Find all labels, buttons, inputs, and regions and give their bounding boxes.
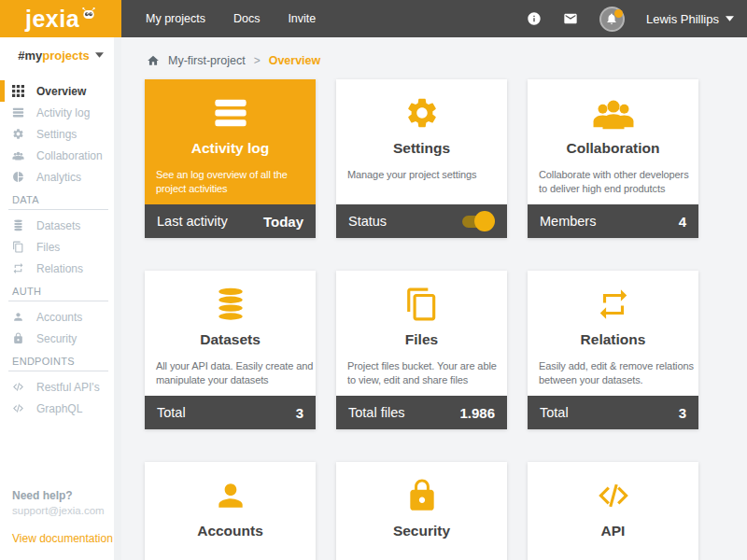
project-switcher[interactable]: #my projects: [0, 37, 121, 73]
card-description-line: manipulate your datasets: [156, 373, 304, 387]
sidebar-item-label: Overview: [36, 85, 86, 98]
sidebar-item-overview[interactable]: Overview: [0, 80, 121, 102]
sidebar-item-analytics[interactable]: Analytics: [0, 166, 121, 188]
chevron-down-icon: [726, 16, 734, 21]
card-footer: Last activityToday: [145, 204, 316, 238]
top-nav-links: My projectsDocsInvite: [146, 12, 316, 25]
card-accounts[interactable]: Accounts: [145, 462, 316, 560]
robot-mascot-icon: [81, 7, 96, 20]
sidebar-item-activity-log[interactable]: Activity log: [0, 102, 121, 123]
home-icon[interactable]: [147, 54, 160, 67]
avatar[interactable]: [599, 7, 625, 32]
breadcrumb-current: Overview: [269, 54, 321, 67]
sidebar-item-security[interactable]: Security: [0, 328, 121, 349]
view-documentation-link[interactable]: View documentation: [12, 532, 113, 545]
footer-label: Total files: [348, 405, 404, 420]
logo-text: jexia: [25, 7, 79, 31]
card-description-line: Easily add, edit & remove relations: [539, 359, 687, 373]
card-datasets[interactable]: DatasetsAll your API data. Easily create…: [145, 271, 316, 429]
people-icon: [12, 149, 24, 161]
logo[interactable]: jexia: [0, 0, 121, 37]
card-activity-log[interactable]: Activity logSee an log overview of all t…: [145, 79, 316, 238]
nav-link-docs[interactable]: Docs: [233, 12, 260, 25]
footer-value: 1.986: [459, 405, 495, 421]
card-description: Manage your project settings: [347, 168, 496, 182]
database-icon: [12, 219, 24, 231]
card-collaboration[interactable]: CollaborationCollaborate with other deve…: [528, 79, 698, 238]
nav-link-invite[interactable]: Invite: [288, 12, 316, 25]
database-icon: [209, 287, 252, 322]
sidebar-item-accounts[interactable]: Accounts: [0, 306, 121, 328]
person-icon: [12, 311, 24, 323]
card-title: Files: [347, 331, 496, 348]
footer-label: Total: [540, 405, 569, 420]
support-email-link[interactable]: support@jexia.com: [12, 505, 113, 516]
card-description-line: between your datasets.: [539, 373, 687, 387]
sidebar-item-label: Collaboration: [36, 149, 103, 162]
sidebar-item-graphql[interactable]: GraphQL: [0, 398, 121, 419]
card-title: API: [539, 523, 687, 539]
main-content: My-first-project > Overview Activity log…: [121, 37, 747, 560]
pie-icon: [12, 171, 24, 183]
sidebar-item-files[interactable]: Files: [0, 236, 121, 258]
card-relations[interactable]: RelationsEasily add, edit & remove relat…: [528, 271, 698, 429]
card-settings[interactable]: SettingsManage your project settingsStat…: [336, 79, 507, 238]
notification-dot: [614, 9, 623, 18]
user-name: Lewis Phillips: [646, 12, 719, 26]
card-description-line: All your API data. Easily create and: [156, 359, 304, 373]
card-title: Settings: [347, 140, 496, 157]
card-body: API: [528, 462, 698, 560]
card-description-line: to deliver high end produtcts: [539, 182, 687, 196]
card-icon-wrap: [539, 94, 687, 132]
divider: [8, 371, 108, 371]
nav-link-my-projects[interactable]: My projects: [146, 12, 205, 25]
footer-value: 3: [296, 405, 303, 421]
card-body: Security: [336, 462, 507, 560]
divider: [8, 301, 108, 301]
people-icon: [592, 95, 635, 131]
card-footer: Total files1.986: [336, 396, 507, 429]
footer-label: Members: [540, 214, 596, 229]
sidebar-section-auth: AUTH: [0, 279, 121, 299]
sidebar-item-label: Restful API's: [36, 381, 100, 394]
card-title: Relations: [539, 331, 687, 348]
card-body: CollaborationCollaborate with other deve…: [528, 79, 698, 204]
card-icon-wrap: [156, 286, 304, 323]
cards-grid: Activity logSee an log overview of all t…: [145, 79, 747, 560]
gear-icon: [401, 95, 444, 131]
files-icon: [12, 241, 24, 253]
card-title: Datasets: [156, 331, 304, 348]
card-icon-wrap: [347, 94, 496, 132]
sidebar-item-label: GraphQL: [36, 402, 82, 415]
card-api[interactable]: API: [528, 462, 698, 560]
switcher-prefix: #my: [18, 49, 42, 63]
status-toggle[interactable]: [462, 216, 491, 228]
card-title: Collaboration: [539, 140, 687, 157]
card-description: Collaborate with other developersto deli…: [539, 168, 687, 196]
bars-icon: [12, 106, 24, 119]
sidebar-item-datasets[interactable]: Datasets: [0, 215, 121, 236]
card-footer: Members4: [528, 204, 698, 238]
gear-icon: [12, 128, 24, 140]
card-icon-wrap: [539, 286, 687, 323]
breadcrumb-project[interactable]: My-first-project: [168, 54, 246, 67]
info-icon[interactable]: [527, 11, 542, 26]
sidebar-item-relations[interactable]: Relations: [0, 258, 121, 279]
sidebar-item-restful-api-s[interactable]: Restful API's: [0, 376, 121, 398]
sidebar-item-label: Accounts: [36, 311, 82, 324]
card-icon-wrap: [156, 94, 304, 132]
sidebar-item-label: Files: [36, 241, 60, 254]
top-right-actions: Lewis Phillips: [527, 7, 747, 32]
card-body: Activity logSee an log overview of all t…: [145, 79, 316, 204]
grid-icon: [12, 85, 24, 97]
sidebar-item-settings[interactable]: Settings: [0, 123, 121, 145]
card-title: Activity log: [156, 140, 304, 157]
card-files[interactable]: FilesProject files bucket. Your are able…: [336, 271, 507, 429]
user-menu[interactable]: Lewis Phillips: [646, 12, 734, 26]
card-icon-wrap: [347, 286, 496, 323]
lock-icon: [12, 332, 24, 344]
card-security[interactable]: Security: [336, 462, 507, 560]
mail-icon[interactable]: [563, 11, 578, 26]
card-footer: Status: [336, 204, 507, 238]
sidebar-item-collaboration[interactable]: Collaboration: [0, 145, 121, 166]
